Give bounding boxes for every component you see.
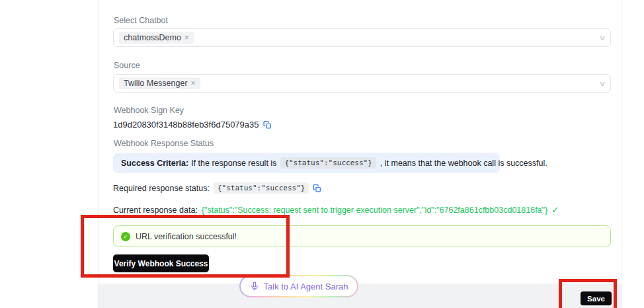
success-criteria-text-pre: If the response result is — [191, 159, 276, 168]
success-criteria-bold: Success Criteria: — [121, 159, 188, 168]
source-input[interactable]: Twilio Messenger × ∨ — [113, 74, 611, 93]
required-response-code: {"status":"success"} — [214, 182, 309, 194]
url-verification-text: URL verification successful! — [136, 232, 237, 241]
source-tag: Twilio Messenger × — [119, 77, 200, 89]
required-response-label: Required response status: — [113, 184, 210, 193]
webhook-sign-key-label: Webhook Sign Key — [114, 106, 184, 115]
webhook-sign-key-value: 1d9d20830f3148b88feb3f6d75079a35 — [113, 120, 259, 130]
copy-icon[interactable] — [313, 184, 321, 193]
chevron-down-icon[interactable]: ∨ — [598, 34, 606, 42]
chatbot-tag: chatmossDemo × — [119, 32, 194, 44]
success-criteria-text-post: , it means that the webhook call is succ… — [380, 159, 547, 168]
chatbot-tag-label: chatmossDemo — [124, 33, 181, 42]
remove-tag-icon[interactable]: × — [184, 33, 189, 42]
save-button[interactable]: Save — [581, 291, 612, 305]
select-chatbot-label: Select Chatbot — [114, 16, 168, 25]
success-circle-check-icon: ✓ — [121, 232, 130, 241]
select-chatbot-input[interactable]: chatmossDemo × ∨ — [113, 28, 611, 47]
verify-webhook-success-button[interactable]: Verify Webhook Success — [113, 254, 209, 272]
copy-icon[interactable] — [263, 120, 272, 130]
success-check-icon: ✓ — [551, 205, 559, 215]
talk-to-ai-agent-label: Talk to AI Agent Sarah — [264, 282, 348, 291]
source-tag-label: Twilio Messenger — [124, 79, 188, 88]
chevron-down-icon[interactable]: ∨ — [598, 79, 606, 88]
remove-tag-icon[interactable]: × — [191, 79, 196, 88]
footer-bar — [99, 284, 622, 308]
webhook-response-status-label: Webhook Response Status — [114, 139, 214, 148]
webhook-settings-panel: Select Chatbot chatmossDemo × ∨ Source T… — [98, 0, 622, 308]
success-criteria-code: {"status":"success"} — [280, 157, 376, 169]
current-response-label: Current response data: — [113, 206, 198, 215]
url-verification-alert: ✓ URL verification successful! — [113, 225, 611, 247]
success-criteria-infobox: Success Criteria: If the response result… — [113, 153, 500, 173]
microphone-icon — [250, 281, 259, 291]
source-label: Source — [114, 61, 140, 70]
talk-to-ai-agent-button[interactable]: Talk to AI Agent Sarah — [239, 275, 358, 297]
current-response-value: {"status":"Success: request sent to trig… — [202, 206, 547, 215]
